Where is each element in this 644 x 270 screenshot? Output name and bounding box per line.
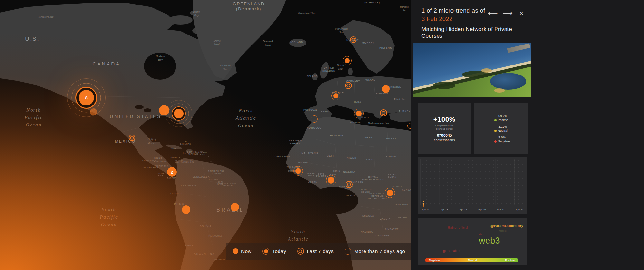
x-tick-label: Apr 21 (497, 208, 504, 211)
sentiment-row-positive: 59.2%Positive (494, 114, 510, 122)
cloud-word[interactable]: generated (443, 249, 461, 253)
legend-now-icon (233, 248, 238, 254)
chart-reference-line (426, 160, 426, 205)
app-root: Beaufort SeaBaffin BayDavis StraitHudson… (0, 0, 644, 270)
legend-item-last7: Last 7 days (297, 248, 334, 255)
chart-grid (420, 159, 525, 205)
cloud-word[interactable]: @ainet_official (447, 226, 468, 229)
map-legend: NowTodayLast 7 daysMore than 7 days ago (226, 243, 411, 260)
world-map[interactable]: Beaufort SeaBaffin BayDavis StraitHudson… (0, 0, 411, 270)
legend-item-older: More than 7 days ago (345, 248, 405, 255)
scale-neutral-label: Neutral (468, 259, 477, 262)
photo-bunker (481, 68, 492, 73)
volume-chart-card: Apr 17Apr 18Apr 19Apr 20Apr 21Apr 22 (418, 157, 527, 214)
chart-event-marker (423, 203, 424, 207)
legend-label: Last 7 days (307, 248, 334, 254)
change-percentage: +100% (433, 115, 455, 123)
x-tick-label: Apr 18 (441, 208, 448, 211)
x-tick-label: Apr 22 (516, 208, 523, 211)
legend-label: Today (272, 248, 286, 254)
trend-title: Matching Hidden Network of Private Cours… (421, 26, 521, 39)
change-caption: Compared to the previous period (435, 124, 453, 131)
sentiment-row-neutral: 31.9%Neutral (494, 125, 510, 133)
scale-positive-label: Positive (505, 259, 515, 262)
x-tick-label: Apr 20 (478, 208, 486, 211)
sentiment-row-negative: 9.0%Negative (494, 135, 510, 143)
cloud-word[interactable]: market (499, 230, 506, 232)
conversations-stat-card: +100% Compared to the previous period 67… (418, 103, 471, 154)
legend-label: More than 7 days ago (354, 248, 405, 254)
conversations-count: 6766045 (437, 133, 452, 138)
photo-trees (433, 82, 455, 89)
sentiment-scale-bar: Negative Neutral Positive (425, 258, 518, 262)
trend-photo (413, 43, 531, 97)
word-cloud-card: @ainet_official@ParamLaboratorymarketris… (418, 218, 527, 265)
x-tick-label: Apr 19 (460, 208, 467, 211)
map-markers-layer: 82 (0, 0, 411, 270)
legend-label: Now (241, 248, 251, 254)
scale-negative-label: Negative (429, 259, 440, 262)
sentiment-dot-icon (494, 119, 497, 121)
cloud-word[interactable]: web3 (479, 236, 500, 246)
sentiment-dot-icon (494, 140, 497, 143)
sentiment-card: 59.2%Positive31.9%Neutral9.0%Negative (474, 103, 528, 154)
close-icon[interactable]: ✕ (519, 11, 524, 16)
photo-bunker (494, 88, 505, 93)
trend-detail-panel: 1 of 2 micro-trend as of 3 Feb 2022 ⟵ ⟶ … (411, 0, 644, 270)
marker-count: 8 (85, 95, 88, 100)
legend-item-now: Now (233, 248, 251, 254)
cloud-word[interactable]: @ParamLaboratory (490, 224, 523, 228)
chart-x-axis: Apr 17Apr 18Apr 19Apr 20Apr 21Apr 22 (418, 208, 527, 212)
legend-item-today: Today (262, 248, 286, 255)
legend-last7-icon (297, 248, 304, 255)
legend-today-icon (262, 248, 269, 255)
sentiment-breakdown: 59.2%Positive31.9%Neutral9.0%Negative (494, 114, 510, 143)
next-arrow-icon[interactable]: ⟶ (503, 10, 513, 17)
sentiment-dot-icon (494, 130, 497, 132)
conversations-label: conversations (434, 138, 455, 142)
photo-pond (490, 73, 526, 90)
prev-arrow-icon[interactable]: ⟵ (488, 10, 498, 17)
marker-count: 2 (171, 170, 173, 175)
legend-older-icon (345, 248, 351, 255)
x-tick-label: Apr 17 (422, 208, 429, 211)
